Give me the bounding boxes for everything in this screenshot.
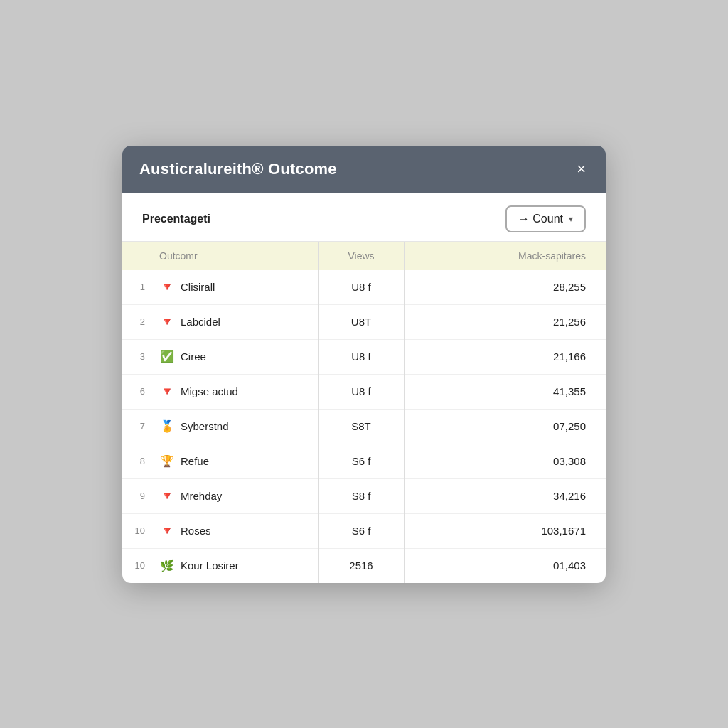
col-header-count: Mack-sapitares: [404, 242, 606, 270]
cell-rank: 10: [122, 548, 148, 583]
modal-title: Austicralureith® Outcome: [139, 160, 337, 178]
team-icon: 🏅: [159, 419, 175, 434]
team-icon: 🌿: [159, 558, 175, 574]
cell-outcome: 🔻 Labcidel: [148, 304, 318, 339]
close-button[interactable]: ×: [574, 159, 589, 180]
outcomes-table: Outcomr Views Mack-sapitares 1 🔻 Clisira…: [122, 242, 606, 583]
cell-count: 07,250: [404, 409, 606, 444]
team-icon: 🔻: [159, 314, 175, 330]
team-name: Labcidel: [181, 316, 220, 328]
modal-toolbar: Precentageti → Count ▾: [122, 193, 606, 242]
cell-views: U8 f: [318, 270, 404, 305]
cell-count: 21,166: [404, 339, 606, 374]
team-icon: 🏆: [159, 454, 175, 469]
cell-rank: 2: [122, 304, 148, 339]
cell-rank: 3: [122, 339, 148, 374]
team-icon: 🔻: [159, 488, 175, 504]
table-header-row: Outcomr Views Mack-sapitares: [122, 242, 606, 270]
data-table-wrap: Outcomr Views Mack-sapitares 1 🔻 Clisira…: [122, 242, 606, 583]
cell-views: S8 f: [318, 478, 404, 513]
modal-header: Austicralureith® Outcome ×: [122, 146, 606, 193]
cell-views: U8 f: [318, 339, 404, 374]
table-row: 2 🔻 Labcidel U8T 21,256: [122, 304, 606, 339]
cell-count: 21,256: [404, 304, 606, 339]
table-row: 7 🏅 Syberstnd S8T 07,250: [122, 409, 606, 444]
cell-rank: 8: [122, 444, 148, 478]
team-icon: 🔻: [159, 279, 175, 295]
cell-rank: 9: [122, 478, 148, 513]
team-name: Clisirall: [181, 281, 215, 293]
team-icon: 🔻: [159, 523, 175, 539]
cell-count: 103,1671: [404, 513, 606, 548]
col-header-outcome: Outcomr: [148, 242, 318, 270]
team-name: Roses: [181, 525, 211, 537]
col-header-views: Views: [318, 242, 404, 270]
cell-outcome: ✅ Ciree: [148, 339, 318, 374]
cell-count: 41,355: [404, 374, 606, 409]
table-row: 10 🌿 Kour Losirer 2516 01,403: [122, 548, 606, 583]
cell-rank: 7: [122, 409, 148, 444]
cell-count: 34,216: [404, 478, 606, 513]
cell-views: S8T: [318, 409, 404, 444]
cell-outcome: 🔻 Migse actud: [148, 374, 318, 409]
table-row: 6 🔻 Migse actud U8 f 41,355: [122, 374, 606, 409]
cell-rank: 1: [122, 270, 148, 305]
table-row: 8 🏆 Refue S6 f 03,308: [122, 444, 606, 478]
team-name: Migse actud: [181, 385, 238, 397]
cell-views: U8T: [318, 304, 404, 339]
cell-views: 2516: [318, 548, 404, 583]
cell-count: 01,403: [404, 548, 606, 583]
cell-outcome: 🌿 Kour Losirer: [148, 548, 318, 583]
cell-rank: 6: [122, 374, 148, 409]
cell-count: 03,308: [404, 444, 606, 478]
cell-outcome: 🏅 Syberstnd: [148, 409, 318, 444]
team-name: Ciree: [181, 350, 206, 363]
table-row: 9 🔻 Mrehday S8 f 34,216: [122, 478, 606, 513]
team-name: Syberstnd: [181, 420, 229, 432]
team-name: Refue: [181, 455, 209, 467]
cell-rank: 10: [122, 513, 148, 548]
chevron-down-icon: ▾: [569, 214, 573, 224]
cell-count: 28,255: [404, 270, 606, 305]
table-row: 10 🔻 Roses S6 f 103,1671: [122, 513, 606, 548]
count-dropdown-button[interactable]: → Count ▾: [505, 205, 586, 232]
cell-views: S6 f: [318, 444, 404, 478]
team-name: Mrehday: [181, 490, 222, 502]
cell-outcome: 🔻 Mrehday: [148, 478, 318, 513]
outcome-modal: Austicralureith® Outcome × Precentageti …: [122, 146, 606, 583]
cell-outcome: 🔻 Clisirall: [148, 270, 318, 305]
table-row: 1 🔻 Clisirall U8 f 28,255: [122, 270, 606, 305]
table-row: 3 ✅ Ciree U8 f 21,166: [122, 339, 606, 374]
team-icon: 🔻: [159, 384, 175, 400]
cell-views: S6 f: [318, 513, 404, 548]
team-icon: ✅: [159, 349, 175, 365]
count-button-label: → Count: [518, 213, 563, 225]
cell-views: U8 f: [318, 374, 404, 409]
cell-outcome: 🔻 Roses: [148, 513, 318, 548]
team-name: Kour Losirer: [181, 560, 239, 572]
col-header-rank: [122, 242, 148, 270]
toolbar-label: Precentageti: [142, 213, 210, 225]
cell-outcome: 🏆 Refue: [148, 444, 318, 478]
